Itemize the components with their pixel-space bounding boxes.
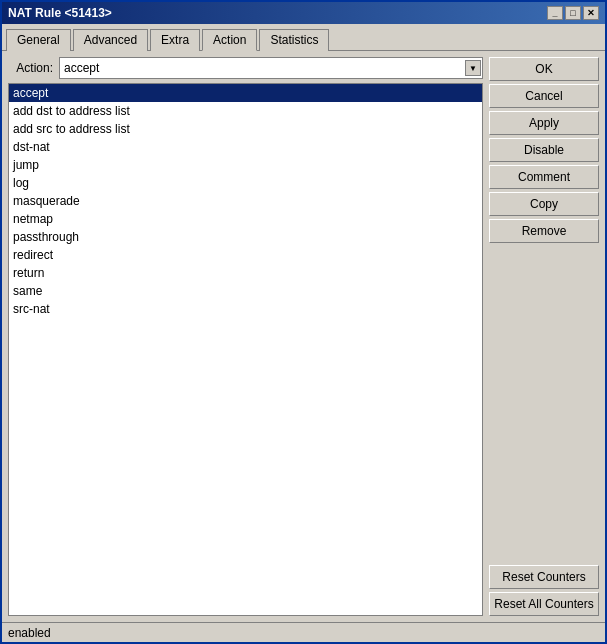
list-item[interactable]: masquerade [9,192,482,210]
list-item[interactable]: redirect [9,246,482,264]
title-bar-buttons: _ □ ✕ [547,6,599,20]
status-bar: enabled [2,622,605,642]
apply-button[interactable]: Apply [489,111,599,135]
list-item[interactable]: accept [9,84,482,102]
tab-statistics[interactable]: Statistics [259,29,329,51]
list-item[interactable]: same [9,282,482,300]
dropdown-list[interactable]: accept add dst to address list add src t… [8,83,483,616]
tab-general[interactable]: General [6,29,71,51]
tabs-row: General Advanced Extra Action Statistics [2,24,605,51]
action-label: Action: [8,61,53,75]
action-select-display[interactable]: accept [59,57,483,79]
maximize-button[interactable]: □ [565,6,581,20]
list-item[interactable]: passthrough [9,228,482,246]
tab-advanced[interactable]: Advanced [73,29,148,51]
ok-button[interactable]: OK [489,57,599,81]
disable-button[interactable]: Disable [489,138,599,162]
list-item[interactable]: add src to address list [9,120,482,138]
minimize-button[interactable]: _ [547,6,563,20]
list-item[interactable]: src-nat [9,300,482,318]
tab-extra[interactable]: Extra [150,29,200,51]
dropdown-arrow-button[interactable]: ▼ [465,60,481,76]
side-buttons: OK Cancel Apply Disable Comment Copy Rem… [489,57,599,616]
tab-action[interactable]: Action [202,29,257,51]
list-item[interactable]: netmap [9,210,482,228]
spacer [489,246,599,562]
remove-button[interactable]: Remove [489,219,599,243]
content-area: Action: accept ▼ accept add dst to addre… [2,51,605,622]
selected-action-text: accept [64,61,99,75]
status-text: enabled [8,626,51,640]
main-panel: Action: accept ▼ accept add dst to addre… [8,57,483,616]
list-item[interactable]: log [9,174,482,192]
action-row: Action: accept ▼ [8,57,483,79]
list-item[interactable]: return [9,264,482,282]
list-item[interactable]: dst-nat [9,138,482,156]
reset-counters-button[interactable]: Reset Counters [489,565,599,589]
comment-button[interactable]: Comment [489,165,599,189]
copy-button[interactable]: Copy [489,192,599,216]
reset-all-counters-button[interactable]: Reset All Counters [489,592,599,616]
action-select-wrapper: accept ▼ [59,57,483,79]
cancel-button[interactable]: Cancel [489,84,599,108]
list-item[interactable]: add dst to address list [9,102,482,120]
title-bar: NAT Rule <51413> _ □ ✕ [2,2,605,24]
main-window: NAT Rule <51413> _ □ ✕ General Advanced … [0,0,607,644]
close-button[interactable]: ✕ [583,6,599,20]
window-title: NAT Rule <51413> [8,6,112,20]
list-item[interactable]: jump [9,156,482,174]
